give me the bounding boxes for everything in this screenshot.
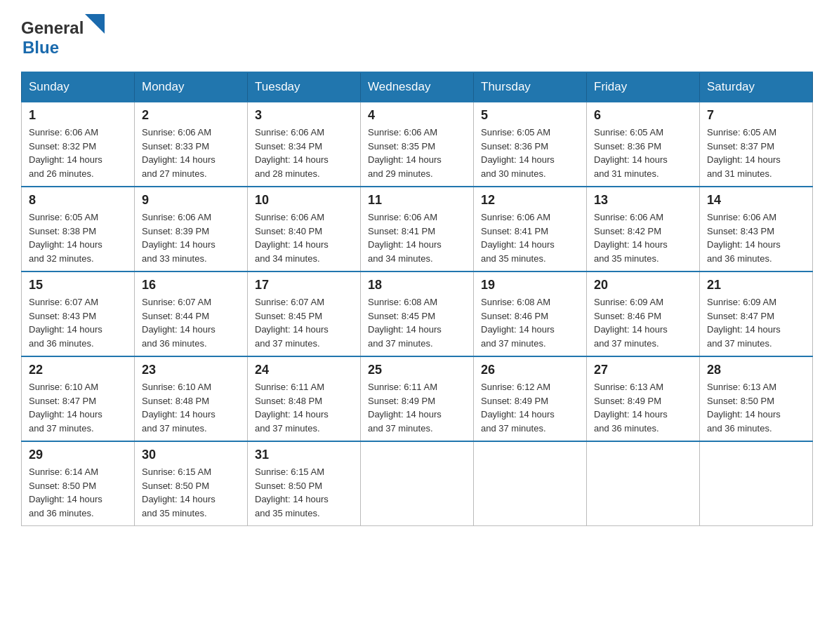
week-row-5: 29 Sunrise: 6:14 AMSunset: 8:50 PMDaylig… bbox=[22, 441, 813, 526]
day-info: Sunrise: 6:15 AMSunset: 8:50 PMDaylight:… bbox=[142, 465, 240, 520]
day-info: Sunrise: 6:06 AMSunset: 8:40 PMDaylight:… bbox=[255, 210, 353, 265]
day-info: Sunrise: 6:06 AMSunset: 8:43 PMDaylight:… bbox=[707, 210, 805, 265]
week-row-1: 1 Sunrise: 6:06 AMSunset: 8:32 PMDayligh… bbox=[22, 102, 813, 187]
day-cell: 16 Sunrise: 6:07 AMSunset: 8:44 PMDaylig… bbox=[135, 271, 248, 356]
day-number: 8 bbox=[29, 193, 127, 208]
header-sunday: Sunday bbox=[22, 72, 135, 102]
logo[interactable]: General Blue bbox=[21, 14, 105, 58]
day-cell bbox=[587, 441, 700, 526]
day-cell: 23 Sunrise: 6:10 AMSunset: 8:48 PMDaylig… bbox=[135, 356, 248, 441]
day-number: 3 bbox=[255, 108, 353, 123]
day-cell: 18 Sunrise: 6:08 AMSunset: 8:45 PMDaylig… bbox=[361, 271, 474, 356]
week-row-2: 8 Sunrise: 6:05 AMSunset: 8:38 PMDayligh… bbox=[22, 187, 813, 271]
day-info: Sunrise: 6:05 AMSunset: 8:36 PMDaylight:… bbox=[481, 126, 579, 180]
header-wednesday: Wednesday bbox=[361, 72, 474, 102]
day-number: 15 bbox=[29, 278, 127, 293]
day-cell: 22 Sunrise: 6:10 AMSunset: 8:47 PMDaylig… bbox=[22, 356, 135, 441]
day-cell: 11 Sunrise: 6:06 AMSunset: 8:41 PMDaylig… bbox=[361, 187, 474, 271]
day-cell: 17 Sunrise: 6:07 AMSunset: 8:45 PMDaylig… bbox=[248, 271, 361, 356]
day-number: 21 bbox=[707, 278, 805, 293]
day-cell: 26 Sunrise: 6:12 AMSunset: 8:49 PMDaylig… bbox=[474, 356, 587, 441]
day-number: 20 bbox=[594, 278, 692, 293]
calendar-header-row: SundayMondayTuesdayWednesdayThursdayFrid… bbox=[22, 72, 813, 102]
day-info: Sunrise: 6:07 AMSunset: 8:45 PMDaylight:… bbox=[255, 295, 353, 350]
day-info: Sunrise: 6:13 AMSunset: 8:50 PMDaylight:… bbox=[707, 380, 805, 435]
day-info: Sunrise: 6:06 AMSunset: 8:35 PMDaylight:… bbox=[368, 126, 466, 180]
day-cell: 27 Sunrise: 6:13 AMSunset: 8:49 PMDaylig… bbox=[587, 356, 700, 441]
day-number: 31 bbox=[255, 448, 353, 462]
day-number: 18 bbox=[368, 278, 466, 293]
day-cell: 6 Sunrise: 6:05 AMSunset: 8:36 PMDayligh… bbox=[587, 102, 700, 187]
day-info: Sunrise: 6:11 AMSunset: 8:48 PMDaylight:… bbox=[255, 380, 353, 435]
day-cell: 8 Sunrise: 6:05 AMSunset: 8:38 PMDayligh… bbox=[22, 187, 135, 271]
day-number: 28 bbox=[707, 363, 805, 377]
day-number: 12 bbox=[481, 193, 579, 208]
day-info: Sunrise: 6:11 AMSunset: 8:49 PMDaylight:… bbox=[368, 380, 466, 435]
day-info: Sunrise: 6:10 AMSunset: 8:47 PMDaylight:… bbox=[29, 380, 127, 435]
day-number: 7 bbox=[707, 108, 805, 123]
day-cell: 15 Sunrise: 6:07 AMSunset: 8:43 PMDaylig… bbox=[22, 271, 135, 356]
day-cell: 19 Sunrise: 6:08 AMSunset: 8:46 PMDaylig… bbox=[474, 271, 587, 356]
day-info: Sunrise: 6:06 AMSunset: 8:41 PMDaylight:… bbox=[368, 210, 466, 265]
day-number: 19 bbox=[481, 278, 579, 293]
day-info: Sunrise: 6:05 AMSunset: 8:38 PMDaylight:… bbox=[29, 210, 127, 265]
day-info: Sunrise: 6:06 AMSunset: 8:39 PMDaylight:… bbox=[142, 210, 240, 265]
day-cell: 10 Sunrise: 6:06 AMSunset: 8:40 PMDaylig… bbox=[248, 187, 361, 271]
day-info: Sunrise: 6:08 AMSunset: 8:45 PMDaylight:… bbox=[368, 295, 466, 350]
day-cell: 1 Sunrise: 6:06 AMSunset: 8:32 PMDayligh… bbox=[22, 102, 135, 187]
day-number: 25 bbox=[368, 363, 466, 377]
day-cell: 30 Sunrise: 6:15 AMSunset: 8:50 PMDaylig… bbox=[135, 441, 248, 526]
day-number: 10 bbox=[255, 193, 353, 208]
day-cell: 13 Sunrise: 6:06 AMSunset: 8:42 PMDaylig… bbox=[587, 187, 700, 271]
logo-text: General Blue bbox=[21, 14, 105, 58]
calendar-table: SundayMondayTuesdayWednesdayThursdayFrid… bbox=[21, 72, 813, 526]
header-monday: Monday bbox=[135, 72, 248, 102]
header-friday: Friday bbox=[587, 72, 700, 102]
day-cell: 21 Sunrise: 6:09 AMSunset: 8:47 PMDaylig… bbox=[700, 271, 813, 356]
day-number: 24 bbox=[255, 363, 353, 377]
day-info: Sunrise: 6:09 AMSunset: 8:47 PMDaylight:… bbox=[707, 295, 805, 350]
day-info: Sunrise: 6:06 AMSunset: 8:41 PMDaylight:… bbox=[481, 210, 579, 265]
day-cell: 9 Sunrise: 6:06 AMSunset: 8:39 PMDayligh… bbox=[135, 187, 248, 271]
day-cell: 29 Sunrise: 6:14 AMSunset: 8:50 PMDaylig… bbox=[22, 441, 135, 526]
day-cell bbox=[474, 441, 587, 526]
logo-blue: Blue bbox=[22, 38, 59, 57]
day-number: 29 bbox=[29, 448, 127, 462]
header-tuesday: Tuesday bbox=[248, 72, 361, 102]
day-cell: 24 Sunrise: 6:11 AMSunset: 8:48 PMDaylig… bbox=[248, 356, 361, 441]
week-row-3: 15 Sunrise: 6:07 AMSunset: 8:43 PMDaylig… bbox=[22, 271, 813, 356]
day-number: 30 bbox=[142, 448, 240, 462]
day-info: Sunrise: 6:06 AMSunset: 8:32 PMDaylight:… bbox=[29, 126, 127, 180]
logo-triangle-icon bbox=[85, 14, 105, 34]
day-number: 16 bbox=[142, 278, 240, 293]
day-cell: 7 Sunrise: 6:05 AMSunset: 8:37 PMDayligh… bbox=[700, 102, 813, 187]
day-number: 14 bbox=[707, 193, 805, 208]
day-number: 17 bbox=[255, 278, 353, 293]
day-info: Sunrise: 6:07 AMSunset: 8:44 PMDaylight:… bbox=[142, 295, 240, 350]
day-number: 6 bbox=[594, 108, 692, 123]
day-cell: 14 Sunrise: 6:06 AMSunset: 8:43 PMDaylig… bbox=[700, 187, 813, 271]
day-info: Sunrise: 6:12 AMSunset: 8:49 PMDaylight:… bbox=[481, 380, 579, 435]
day-info: Sunrise: 6:05 AMSunset: 8:36 PMDaylight:… bbox=[594, 126, 692, 180]
header-saturday: Saturday bbox=[700, 72, 813, 102]
day-number: 23 bbox=[142, 363, 240, 377]
header-thursday: Thursday bbox=[474, 72, 587, 102]
day-cell: 3 Sunrise: 6:06 AMSunset: 8:34 PMDayligh… bbox=[248, 102, 361, 187]
day-number: 13 bbox=[594, 193, 692, 208]
day-info: Sunrise: 6:09 AMSunset: 8:46 PMDaylight:… bbox=[594, 295, 692, 350]
day-cell: 2 Sunrise: 6:06 AMSunset: 8:33 PMDayligh… bbox=[135, 102, 248, 187]
day-info: Sunrise: 6:06 AMSunset: 8:34 PMDaylight:… bbox=[255, 126, 353, 180]
day-info: Sunrise: 6:06 AMSunset: 8:33 PMDaylight:… bbox=[142, 126, 240, 180]
day-number: 26 bbox=[481, 363, 579, 377]
day-number: 1 bbox=[29, 108, 127, 123]
day-cell: 31 Sunrise: 6:15 AMSunset: 8:50 PMDaylig… bbox=[248, 441, 361, 526]
week-row-4: 22 Sunrise: 6:10 AMSunset: 8:47 PMDaylig… bbox=[22, 356, 813, 441]
day-info: Sunrise: 6:15 AMSunset: 8:50 PMDaylight:… bbox=[255, 465, 353, 520]
day-info: Sunrise: 6:07 AMSunset: 8:43 PMDaylight:… bbox=[29, 295, 127, 350]
day-number: 9 bbox=[142, 193, 240, 208]
day-info: Sunrise: 6:05 AMSunset: 8:37 PMDaylight:… bbox=[707, 126, 805, 180]
day-cell: 12 Sunrise: 6:06 AMSunset: 8:41 PMDaylig… bbox=[474, 187, 587, 271]
day-cell: 20 Sunrise: 6:09 AMSunset: 8:46 PMDaylig… bbox=[587, 271, 700, 356]
svg-marker-0 bbox=[85, 14, 105, 34]
day-number: 27 bbox=[594, 363, 692, 377]
